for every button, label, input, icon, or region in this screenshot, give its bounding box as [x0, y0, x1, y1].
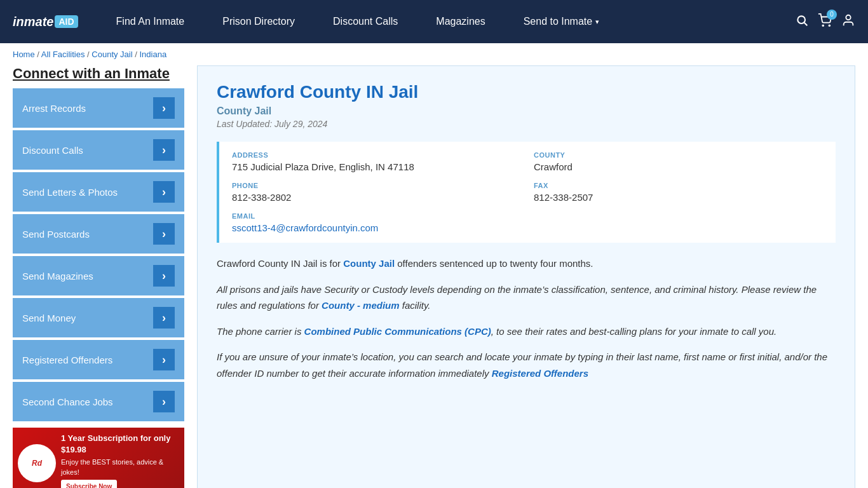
facility-title: Crawford County IN Jail	[217, 82, 836, 102]
cart-icon[interactable]: 0	[818, 13, 832, 30]
ad-title: 1 Year Subscription for only $19.98	[61, 433, 179, 456]
svg-point-0	[797, 16, 805, 24]
svg-point-3	[829, 25, 830, 26]
sidebar-arrow-icon: ›	[153, 265, 175, 287]
sidebar-item-send-money[interactable]: Send Money ›	[13, 298, 184, 337]
address-field: ADDRESS 715 Judicial Plaza Drive, Englis…	[232, 151, 521, 172]
cart-count: 0	[827, 10, 837, 20]
breadcrumb-home[interactable]: Home	[13, 50, 35, 59]
logo-badge: AID	[55, 15, 78, 28]
email-field: EMAIL sscott13-4@crawfordcountyin.com	[232, 212, 823, 233]
sidebar-item-discount-calls[interactable]: Discount Calls ›	[13, 130, 184, 170]
facility-subtitle: County Jail	[217, 105, 836, 117]
breadcrumb-all-facilities[interactable]: All Facilities	[41, 50, 85, 59]
breadcrumb-county-jail[interactable]: County Jail	[92, 50, 132, 59]
sidebar-arrow-icon: ›	[153, 139, 175, 161]
county-field: COUNTY Crawford	[534, 151, 823, 172]
sidebar-arrow-icon: ›	[153, 349, 175, 370]
sidebar-arrow-icon: ›	[153, 181, 175, 203]
breadcrumb-indiana[interactable]: Indiana	[139, 50, 166, 59]
email-link[interactable]: sscott13-4@crawfordcountyin.com	[232, 222, 378, 233]
sidebar-title: Connect with an Inmate	[13, 65, 184, 82]
dropdown-arrow-icon: ▾	[595, 18, 599, 26]
nav-find-inmate[interactable]: Find An Inmate	[97, 0, 204, 43]
county-jail-link[interactable]: County Jail	[343, 258, 395, 269]
svg-point-4	[846, 15, 850, 19]
search-icon[interactable]	[796, 14, 808, 30]
fax-value: 812-338-2507	[534, 192, 823, 203]
user-icon[interactable]	[841, 13, 855, 30]
sidebar-ad[interactable]: Rd 1 Year Subscription for only $19.98 E…	[13, 428, 184, 488]
ad-subtitle: Enjoy the BEST stories, advice & jokes!	[61, 458, 179, 477]
nav-prison-directory[interactable]: Prison Directory	[203, 0, 314, 43]
nav-magazines[interactable]: Magazines	[417, 0, 504, 43]
breadcrumb: Home / All Facilities / County Jail / In…	[0, 43, 868, 65]
phone-value: 812-338-2802	[232, 192, 521, 203]
sidebar-arrow-icon: ›	[153, 223, 175, 245]
facility-last-updated: Last Updated: July 29, 2024	[217, 119, 836, 129]
fax-field: FAX 812-338-2507	[534, 182, 823, 203]
desc-para4: If you are unsure of your inmate’s locat…	[217, 349, 836, 381]
facility-info-box: ADDRESS 715 Judicial Plaza Drive, Englis…	[217, 142, 836, 243]
desc-para1: Crawford County IN Jail is for County Ja…	[217, 255, 836, 272]
nav-send-to-inmate[interactable]: Send to Inmate ▾	[505, 0, 619, 43]
header: inmate AID Find An Inmate Prison Directo…	[0, 0, 868, 43]
sidebar-item-send-letters[interactable]: Send Letters & Photos ›	[13, 172, 184, 212]
phone-label: PHONE	[232, 182, 521, 189]
logo-text: inmate	[13, 15, 53, 29]
sidebar-item-send-magazines[interactable]: Send Magazines ›	[13, 256, 184, 295]
sidebar: Connect with an Inmate Arrest Records › …	[13, 65, 184, 488]
svg-line-1	[804, 22, 808, 25]
sidebar-arrow-icon: ›	[153, 97, 175, 119]
sidebar-arrow-icon: ›	[153, 307, 175, 329]
facility-content: Crawford County IN Jail County Jail Last…	[197, 65, 855, 488]
main-nav: Find An Inmate Prison Directory Discount…	[97, 0, 796, 43]
ad-subscribe-button[interactable]: Subscribe Now	[61, 480, 117, 488]
main-layout: Connect with an Inmate Arrest Records › …	[0, 65, 868, 488]
county-value: Crawford	[534, 161, 823, 172]
sidebar-item-arrest-records[interactable]: Arrest Records ›	[13, 88, 184, 128]
phone-field: PHONE 812-338-2802	[232, 182, 521, 203]
email-label: EMAIL	[232, 212, 823, 220]
desc-para3: The phone carrier is Combined Public Com…	[217, 323, 836, 340]
address-value: 715 Judicial Plaza Drive, English, IN 47…	[232, 161, 521, 172]
ad-logo: Rd	[18, 444, 56, 482]
header-icons: 0	[796, 13, 855, 30]
registered-offenders-link[interactable]: Registered Offenders	[492, 368, 588, 379]
logo-area[interactable]: inmate AID	[13, 15, 78, 29]
email-value: sscott13-4@crawfordcountyin.com	[232, 222, 823, 233]
sidebar-arrow-icon: ›	[153, 391, 175, 412]
nav-discount-calls[interactable]: Discount Calls	[314, 0, 417, 43]
cpc-link[interactable]: Combined Public Communications (CPC)	[304, 326, 491, 337]
svg-point-2	[822, 25, 824, 26]
county-medium-link[interactable]: County - medium	[322, 300, 400, 311]
desc-para2: All prisons and jails have Security or C…	[217, 281, 836, 314]
fax-label: FAX	[534, 182, 823, 189]
sidebar-item-registered-offenders[interactable]: Registered Offenders ›	[13, 340, 184, 379]
address-label: ADDRESS	[232, 151, 521, 159]
sidebar-item-second-chance-jobs[interactable]: Second Chance Jobs ›	[13, 382, 184, 421]
county-label: COUNTY	[534, 151, 823, 159]
sidebar-item-send-postcards[interactable]: Send Postcards ›	[13, 214, 184, 254]
